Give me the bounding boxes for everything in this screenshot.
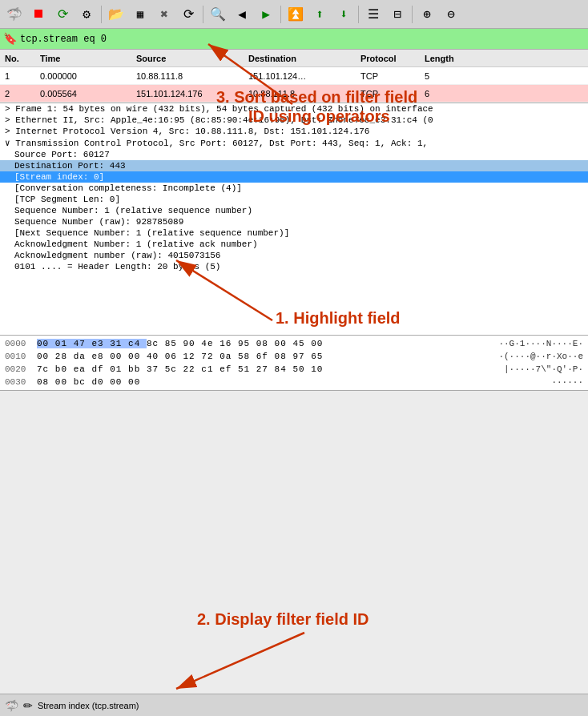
- packet-len: 6: [425, 89, 473, 99]
- toolbar-separator-2: [203, 6, 203, 23]
- hex-byte: 90: [183, 339, 202, 348]
- hex-byte: 00: [128, 352, 147, 361]
- filter-input[interactable]: tcp.stream eq 0: [20, 34, 180, 45]
- hex-byte: 27: [256, 364, 275, 374]
- hex-bytes: 00 28 da e8 00 00 40 06 12 72 0a 58 6f 0…: [37, 352, 495, 361]
- hex-ascii: ·(····@··r·Xo··e: [498, 352, 583, 361]
- hex-byte: e8: [91, 352, 110, 361]
- toolbar-separator-4: [358, 6, 359, 23]
- hex-byte: 5c: [165, 364, 183, 374]
- toolbar-separator-5: [412, 6, 413, 23]
- annotation-2-label: 2. Display filter field ID: [197, 610, 369, 628]
- hex-row[interactable]: 0000 00 01 47 e3 31 c4 8c 85 90 4e 16 95…: [5, 337, 583, 350]
- hex-byte-highlighted: e3: [91, 339, 110, 348]
- hex-byte: 45: [292, 339, 311, 348]
- stop-icon[interactable]: ⏹: [27, 3, 50, 26]
- column-view-icon[interactable]: ⊟: [386, 3, 409, 26]
- detail-row[interactable]: Frame 1: 54 bytes on wire (432 bits), 54…: [0, 103, 588, 115]
- open-icon[interactable]: 📂: [105, 3, 127, 26]
- hex-byte: 72: [201, 352, 219, 361]
- status-bar: 🦈 ✏ Stream index (tcp.stream): [0, 694, 588, 716]
- hex-byte-highlighted: c4: [128, 339, 147, 348]
- settings-icon[interactable]: ⚙: [75, 3, 98, 26]
- packet-row[interactable]: 2 0.005564 151.101.124.176 10.88.111.8 T…: [0, 85, 588, 103]
- col-header-no: No.: [0, 54, 40, 63]
- detail-row[interactable]: Ethernet II, Src: Apple_4e:16:95 (8c:85:…: [0, 115, 588, 126]
- hex-byte: 08: [37, 377, 55, 387]
- list-view-icon[interactable]: ☰: [362, 3, 385, 26]
- detail-row[interactable]: Acknowledgment number (raw): 4015073156: [0, 250, 588, 261]
- hex-byte: d0: [91, 377, 110, 387]
- detail-row[interactable]: 0101 .... = Header Length: 20 bytes (5): [0, 261, 588, 272]
- grid-icon[interactable]: ▦: [129, 3, 151, 26]
- hex-byte: 00: [128, 377, 140, 387]
- hex-offset: 0020: [5, 364, 34, 374]
- hex-byte: 08: [275, 352, 293, 361]
- hex-byte-highlighted: 01: [55, 339, 74, 348]
- hex-byte: 40: [147, 352, 165, 361]
- hex-offset: 0000: [5, 339, 34, 348]
- packet-dst: 10.88.111.8: [248, 89, 360, 99]
- hex-byte: 01: [110, 364, 128, 374]
- packet-dst: 151.101.124…: [248, 71, 360, 81]
- hex-byte: 00: [275, 339, 293, 348]
- detail-row[interactable]: [TCP Segment Len: 0]: [0, 194, 588, 205]
- hex-bytes: 7c b0 ea df 01 bb 37 5c 22 c1 ef 51 27 8…: [37, 364, 501, 374]
- hex-byte: 58: [238, 352, 256, 361]
- hex-byte: ea: [74, 364, 92, 374]
- detail-row[interactable]: Sequence Number (raw): 928785089: [0, 216, 588, 227]
- hex-row[interactable]: 0010 00 28 da e8 00 00 40 06 12 72 0a 58…: [5, 350, 583, 363]
- packet-len: 5: [425, 71, 473, 81]
- detail-row[interactable]: Internet Protocol Version 4, Src: 10.88.…: [0, 126, 588, 137]
- hex-byte: 00: [110, 377, 128, 387]
- jump-up-icon[interactable]: ⬆: [308, 3, 331, 26]
- packet-row[interactable]: 1 0.000000 10.88.111.8 151.101.124… TCP …: [0, 67, 588, 85]
- detail-row[interactable]: Destination Port: 443: [0, 160, 588, 171]
- back-icon[interactable]: ◀: [231, 3, 253, 26]
- detail-row[interactable]: Transmission Control Protocol, Src Port:…: [0, 137, 588, 149]
- detail-row[interactable]: Source Port: 60127: [0, 149, 588, 160]
- hex-byte: 06: [165, 352, 183, 361]
- hex-byte: 08: [256, 339, 275, 348]
- hex-ascii: |·····7\"·Q'·P·: [504, 364, 583, 374]
- forward-icon[interactable]: ▶: [255, 3, 277, 26]
- detail-row[interactable]: [Next Sequence Number: 1 (relative seque…: [0, 227, 588, 239]
- hex-bytes: 08 00 bc d0 00 00: [37, 377, 548, 387]
- toolbar-separator-1: [101, 6, 102, 23]
- packet-src: 151.101.124.176: [136, 89, 248, 99]
- hex-byte: 22: [183, 364, 202, 374]
- hex-byte: 95: [238, 339, 256, 348]
- refresh-icon[interactable]: ⟳: [177, 3, 199, 26]
- hex-byte: bb: [128, 364, 147, 374]
- hex-byte: 16: [219, 339, 238, 348]
- restart-icon[interactable]: ⟳: [51, 3, 74, 26]
- detail-row[interactable]: [Conversation completeness: Incomplete (…: [0, 183, 588, 194]
- hex-byte: 84: [275, 364, 293, 374]
- hex-byte: da: [74, 352, 92, 361]
- col-header-length: Length: [425, 54, 473, 63]
- hex-byte-highlighted: 31: [110, 339, 128, 348]
- hex-byte: 00: [110, 352, 128, 361]
- close-icon[interactable]: ✖: [153, 3, 175, 26]
- hex-byte: c1: [201, 364, 219, 374]
- shark-icon[interactable]: 🦈: [3, 3, 26, 26]
- jump-start-icon[interactable]: ⏫: [284, 3, 307, 26]
- zoom-in-icon[interactable]: ⊕: [416, 3, 438, 26]
- hex-byte-highlighted: 00: [37, 339, 55, 348]
- detail-row[interactable]: [Stream index: 0]: [0, 171, 588, 183]
- search-icon[interactable]: 🔍: [207, 3, 229, 26]
- status-text: Stream index (tcp.stream): [38, 701, 139, 710]
- status-icon-2: ✏: [23, 699, 33, 712]
- packet-proto: TCP: [360, 71, 425, 81]
- hex-byte: 8c: [147, 339, 165, 348]
- hex-rows-container: 0000 00 01 47 e3 31 c4 8c 85 90 4e 16 95…: [5, 337, 583, 388]
- packet-time: 0.005564: [40, 89, 136, 99]
- hex-row[interactable]: 0030 08 00 bc d0 00 00 ······: [5, 376, 583, 388]
- hex-byte: 6f: [256, 352, 275, 361]
- detail-row[interactable]: Sequence Number: 1 (relative sequence nu…: [0, 205, 588, 216]
- jump-down-icon[interactable]: ⬇: [332, 3, 355, 26]
- detail-row[interactable]: Acknowledgment Number: 1 (relative ack n…: [0, 239, 588, 250]
- hex-row[interactable]: 0020 7c b0 ea df 01 bb 37 5c 22 c1 ef 51…: [5, 363, 583, 376]
- packet-no: 2: [0, 89, 40, 99]
- zoom-out-icon[interactable]: ⊖: [440, 3, 462, 26]
